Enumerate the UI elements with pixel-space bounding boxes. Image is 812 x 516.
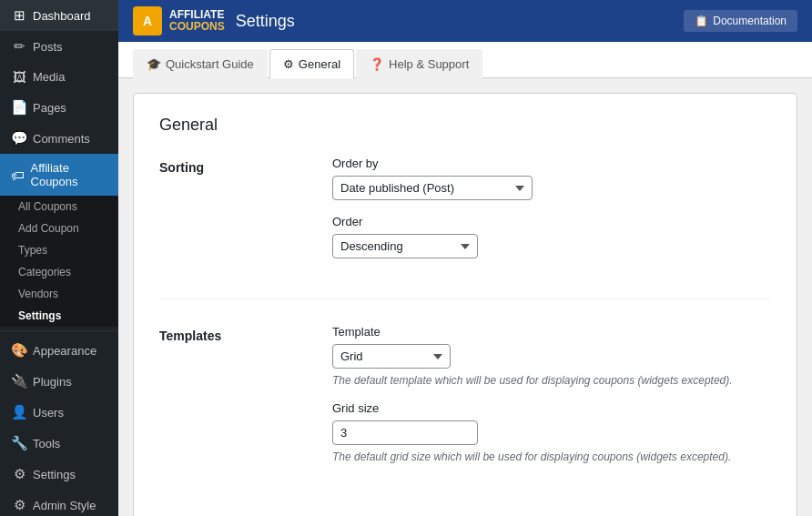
submenu-add-coupon[interactable]: Add Coupon bbox=[0, 218, 118, 239]
sidebar-item-admin-style[interactable]: ⚙ Admin Style bbox=[0, 490, 118, 516]
affiliate-coupons-submenu: All Coupons Add Coupon Types Categories … bbox=[0, 196, 118, 327]
submenu-categories[interactable]: Categories bbox=[0, 261, 118, 283]
plugin-logo: A AFFILIATE COUPONS bbox=[133, 6, 225, 35]
sidebar-item-appearance[interactable]: 🎨 Appearance bbox=[0, 335, 118, 366]
submenu-types[interactable]: Types bbox=[0, 239, 118, 261]
sidebar-item-comments[interactable]: 💬 Comments bbox=[0, 123, 118, 154]
templates-label: Templates bbox=[159, 325, 296, 478]
templates-fields: Template Grid List Compact The default t… bbox=[332, 325, 771, 478]
order-label: Order bbox=[332, 215, 771, 228]
sidebar-item-tools[interactable]: 🔧 Tools bbox=[0, 428, 118, 459]
sorting-section: Sorting Order by Date published (Post) T… bbox=[159, 157, 771, 299]
comments-icon: 💬 bbox=[11, 130, 27, 147]
doc-icon: 📋 bbox=[695, 15, 708, 27]
appearance-icon: 🎨 bbox=[11, 342, 27, 359]
sorting-fields: Order by Date published (Post) Title Dat… bbox=[332, 157, 771, 273]
template-label: Template bbox=[332, 325, 771, 339]
submenu-vendors[interactable]: Vendors bbox=[0, 283, 118, 305]
quickstart-icon: 🎓 bbox=[147, 57, 161, 71]
sidebar-item-settings[interactable]: ⚙ Settings bbox=[0, 459, 118, 490]
template-group: Template Grid List Compact The default t… bbox=[332, 325, 771, 387]
tab-general[interactable]: ⚙ General bbox=[269, 49, 354, 78]
sidebar-item-pages[interactable]: 📄 Pages bbox=[0, 92, 118, 123]
plugins-icon: 🔌 bbox=[11, 373, 27, 390]
posts-icon: ✏ bbox=[11, 38, 27, 55]
order-group: Order Descending Ascending bbox=[332, 215, 771, 258]
template-select[interactable]: Grid List Compact bbox=[332, 344, 451, 369]
grid-size-hint: The default grid size which will be used… bbox=[332, 450, 771, 463]
template-hint: The default template which will be used … bbox=[332, 374, 771, 387]
templates-section: Templates Template Grid List Compact The… bbox=[159, 325, 771, 503]
plugin-logo-text: AFFILIATE COUPONS bbox=[169, 9, 225, 33]
grid-size-input[interactable] bbox=[332, 420, 478, 445]
sidebar-item-affiliate-coupons[interactable]: 🏷 Affiliate Coupons bbox=[0, 154, 118, 196]
general-tab-icon: ⚙ bbox=[283, 57, 294, 71]
tab-quickstart[interactable]: 🎓 Quickstart Guide bbox=[133, 49, 268, 78]
tab-help-support[interactable]: ❓ Help & Support bbox=[356, 49, 482, 78]
order-select[interactable]: Descending Ascending bbox=[332, 234, 478, 258]
main-panel: General Sorting Order by Date published … bbox=[118, 78, 812, 516]
sorting-label: Sorting bbox=[159, 157, 296, 273]
documentation-button[interactable]: 📋 Documentation bbox=[684, 10, 797, 32]
submenu-settings[interactable]: Settings bbox=[0, 305, 118, 327]
settings-icon: ⚙ bbox=[11, 466, 27, 482]
order-by-select[interactable]: Date published (Post) Title Date modifie… bbox=[332, 176, 533, 200]
pages-icon: 📄 bbox=[11, 99, 27, 116]
affiliate-coupons-icon: 🏷 bbox=[11, 167, 25, 183]
plugin-logo-icon: A bbox=[133, 6, 162, 35]
grid-size-label: Grid size bbox=[332, 401, 771, 415]
sidebar-item-users[interactable]: 👤 Users bbox=[0, 397, 118, 428]
plugin-header: A AFFILIATE COUPONS Settings 📋 Documenta… bbox=[118, 0, 812, 42]
users-icon: 👤 bbox=[11, 404, 27, 420]
settings-title: General bbox=[159, 116, 771, 135]
svg-text:A: A bbox=[143, 14, 152, 28]
sidebar-item-plugins[interactable]: 🔌 Plugins bbox=[0, 366, 118, 397]
admin-style-icon: ⚙ bbox=[11, 497, 27, 513]
help-icon: ❓ bbox=[370, 57, 384, 71]
dashboard-icon: ⊞ bbox=[11, 7, 27, 24]
settings-box: General Sorting Order by Date published … bbox=[133, 93, 797, 516]
content-area: 🎓 Quickstart Guide ⚙ General ❓ Help & Su… bbox=[118, 42, 812, 516]
grid-size-group: Grid size The default grid size which wi… bbox=[332, 401, 771, 463]
sidebar-item-posts[interactable]: ✏ Posts bbox=[0, 31, 118, 62]
order-by-group: Order by Date published (Post) Title Dat… bbox=[332, 157, 771, 200]
sidebar-item-media[interactable]: 🖼 Media bbox=[0, 62, 118, 92]
tabs-bar: 🎓 Quickstart Guide ⚙ General ❓ Help & Su… bbox=[118, 42, 812, 78]
order-by-label: Order by bbox=[332, 157, 771, 170]
sidebar: ⊞ Dashboard ✏ Posts 🖼 Media 📄 Pages 💬 Co… bbox=[0, 0, 118, 516]
tools-icon: 🔧 bbox=[11, 435, 27, 451]
sidebar-item-dashboard[interactable]: ⊞ Dashboard bbox=[0, 0, 118, 31]
media-icon: 🖼 bbox=[11, 69, 27, 85]
submenu-all-coupons[interactable]: All Coupons bbox=[0, 196, 118, 218]
plugin-title: Settings bbox=[236, 12, 295, 31]
